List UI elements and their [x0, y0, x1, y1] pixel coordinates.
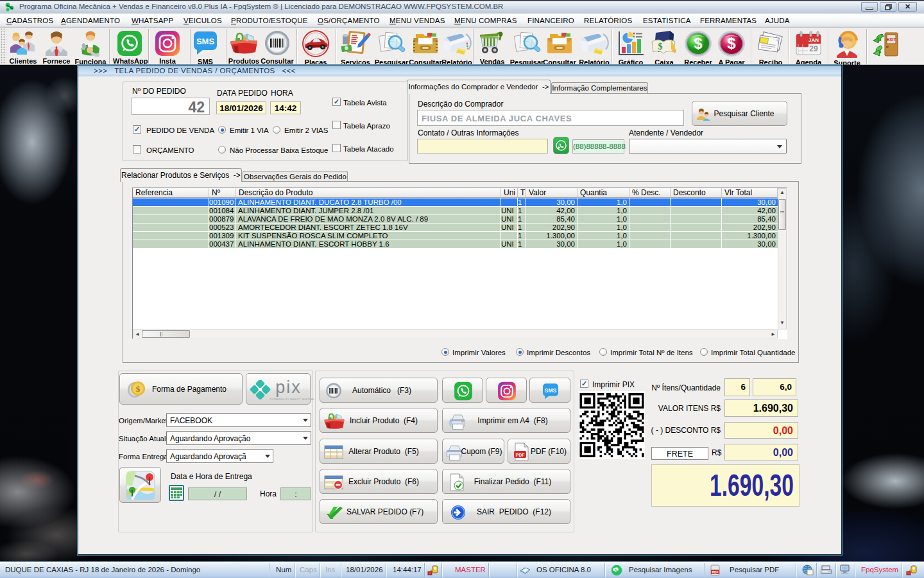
svg-text:EXIT: EXIT — [886, 37, 896, 42]
svg-text:SMS: SMS — [196, 37, 215, 46]
svg-text:29: 29 — [809, 44, 818, 53]
svg-text:SMS: SMS — [545, 387, 557, 394]
svg-text:PDF: PDF — [712, 570, 719, 574]
svg-text:JAN: JAN — [809, 37, 819, 43]
svg-text:$: $ — [658, 42, 663, 51]
svg-text:$: $ — [727, 35, 736, 52]
svg-text:$: $ — [694, 35, 703, 52]
